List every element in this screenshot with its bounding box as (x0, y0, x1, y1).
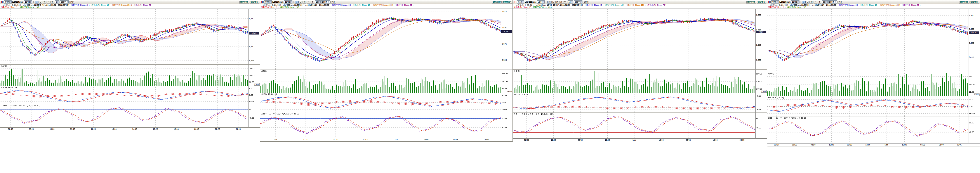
main-chart-canvas[interactable] (0, 9, 248, 65)
period-setting-button[interactable]: 期間指定 (502, 1, 512, 3)
legend-row: 一目均衡表( 9, 26, 52 )日経225mini 12/03( 15分足,… (514, 4, 766, 6)
macd-chart-canvas[interactable] (767, 96, 969, 116)
timeframe-button[interactable]: 年 (818, 1, 821, 3)
timeframe-button[interactable]: 年 (310, 1, 314, 3)
timeframe-button[interactable]: 日 (806, 1, 810, 3)
last-price-badge: 9,620 (756, 31, 766, 33)
vol-chart-canvas[interactable] (260, 70, 501, 93)
dropdown-arrow-icon: ▾ (776, 1, 778, 3)
minute-select[interactable]: 5 ▾ (55, 0, 59, 3)
price-label: 9,535 (756, 59, 761, 61)
contract-month-select[interactable]: 12/03 ▾ (537, 0, 545, 3)
legend-row: 一目均衡表( 9, 26, 52 )日経225mini 12/03( 10分足,… (261, 4, 512, 6)
period-setting-button[interactable]: 期間指定 (757, 1, 766, 3)
timeframe-button[interactable]: 分 (35, 1, 38, 3)
legend-item: 移動平均( Close, 5 ) (768, 6, 786, 8)
stoch-axis-label: 80.00 (502, 117, 507, 119)
timeframe-button[interactable]: 月 (559, 1, 563, 3)
stoch-chart-canvas[interactable] (767, 116, 969, 143)
timeframe-button[interactable]: 年 (51, 1, 54, 3)
macd-chart-canvas[interactable] (260, 93, 501, 112)
timeframe-button[interactable]: 分 (295, 1, 299, 3)
indicator-legend: 一目均衡表( 9, 26, 52 )日経225mini 12/03( 30分足,… (767, 4, 980, 9)
symbol-switch-button[interactable]: 銘柄切替 (959, 1, 969, 3)
vol-pane: 850.00510.00170.00×1000出来高 (513, 70, 767, 93)
main-chart-canvas[interactable] (260, 9, 501, 70)
main-pane: 9,6709,6259,5809,5359,620 (513, 9, 767, 70)
contract-month-select[interactable]: 12/03 ▾ (24, 0, 32, 3)
main-chart-canvas[interactable] (767, 9, 969, 72)
vol-chart-canvas[interactable] (0, 65, 248, 86)
market-select[interactable]: 先物 ▾ (264, 0, 272, 3)
time-label: 12:00 (551, 139, 556, 141)
timeframe-button[interactable]: 週 (810, 1, 813, 3)
bar-count-select[interactable]: 500本 ▾ (828, 0, 837, 3)
macd-axis-label: -8.00 (249, 100, 254, 102)
chart-type-icon[interactable] (514, 1, 516, 3)
time-label: 03/05 (740, 139, 745, 141)
vol-chart-canvas[interactable] (513, 70, 756, 93)
timeframe-button[interactable]: 月 (46, 1, 50, 3)
macd-chart-canvas[interactable] (513, 93, 756, 113)
main-value-axis: 9,6709,6259,5809,5359,620 (755, 9, 767, 70)
chart-type-icon[interactable] (261, 1, 264, 3)
bar-count-value: 500本 (575, 1, 580, 3)
bar-count-select[interactable]: 500本 ▾ (574, 0, 583, 3)
chart-type-icon[interactable] (1, 1, 3, 3)
market-select[interactable]: 先物 ▾ (517, 0, 524, 3)
timeframe-button[interactable]: 日 (299, 1, 302, 3)
stoch-value-axis: 80.0040.00 (248, 104, 260, 127)
timeframe-button[interactable]: 週 (303, 1, 306, 3)
stoch-pane: 80.0040.00スロー・ストキャスティクス( 14, 3, 80, 20 ) (767, 116, 980, 143)
timeframe-button[interactable]: 年 (563, 1, 567, 3)
vol-chart-canvas[interactable] (767, 72, 969, 96)
time-label: 12:00 (939, 144, 944, 146)
timeframe-button[interactable]: 週 (555, 1, 559, 3)
chart-type-icon[interactable] (768, 1, 771, 3)
timeframe-button[interactable]: 日 (39, 1, 42, 3)
contract-month-select[interactable]: 12/03 ▾ (791, 0, 799, 3)
bar-count-select[interactable]: 500本 ▾ (321, 0, 330, 3)
minute-select[interactable]: 30 ▾ (822, 0, 828, 3)
macd-chart-canvas[interactable] (0, 86, 248, 104)
volume-axis-label: 170.00 (756, 88, 762, 90)
symbol-switch-button[interactable]: 銘柄切替 (746, 1, 756, 3)
minute-select[interactable]: 10 ▾ (315, 0, 321, 3)
contract-month-select[interactable]: 12/03 ▾ (284, 0, 293, 3)
stoch-axis-label: 40.00 (502, 126, 507, 129)
bar-count-select[interactable]: 500本 ▾ (60, 0, 69, 3)
market-select[interactable]: 先物 ▾ (4, 0, 11, 3)
timeframe-button[interactable]: 分 (802, 1, 806, 3)
main-pane: 9,6759,6259,5759,5259,620 (260, 9, 512, 70)
minute-select[interactable]: 15 ▾ (568, 0, 573, 3)
timeframe-button[interactable]: 月 (307, 1, 310, 3)
apply-button[interactable]: 適用 (331, 1, 336, 3)
time-label: 03/02 (920, 144, 925, 146)
apply-button[interactable]: 適用 (837, 1, 843, 3)
timeframe-buttons: 分日週月年 (295, 1, 314, 3)
symbol-switch-button[interactable]: 銘柄切替 (492, 1, 501, 3)
stoch-chart-canvas[interactable] (513, 113, 756, 138)
timeframe-button[interactable]: 日 (551, 1, 555, 3)
timeframe-buttons: 分日週月年 (802, 1, 821, 3)
apply-button[interactable]: 適用 (583, 1, 589, 3)
market-select[interactable]: 先物 ▾ (771, 0, 779, 3)
timeframe-button[interactable]: 月 (814, 1, 818, 3)
main-chart-canvas[interactable] (513, 9, 756, 70)
stoch-chart-canvas[interactable] (260, 112, 501, 138)
timeframe-button[interactable]: 分 (547, 1, 551, 3)
macd-pane: 8.000.00-8.00MACD( 12, 26, 9 ) (0, 86, 260, 104)
apply-button[interactable]: 適用 (69, 1, 75, 3)
timeframe-button[interactable]: 週 (43, 1, 46, 3)
stoch-chart-canvas[interactable] (0, 104, 248, 128)
price-label: 9,580 (756, 44, 761, 46)
legend-item: 日経225mini 12/03( 15分足, 2012/02/28 - 2012… (535, 4, 583, 6)
volume-unit-badge: ×1000 (254, 83, 259, 86)
market-select-value: 先物 (265, 1, 269, 3)
symbol-switch-button[interactable]: 銘柄切替 (239, 1, 249, 3)
period-setting-button[interactable]: 期間指定 (250, 1, 259, 3)
legend-item: 移動平均( Close, 25 ) (788, 6, 806, 8)
market-select-value: 先物 (518, 1, 522, 3)
legend-item: 移動平均( Close, 25 ) (533, 6, 552, 8)
period-setting-button[interactable]: 期間指定 (969, 1, 979, 3)
